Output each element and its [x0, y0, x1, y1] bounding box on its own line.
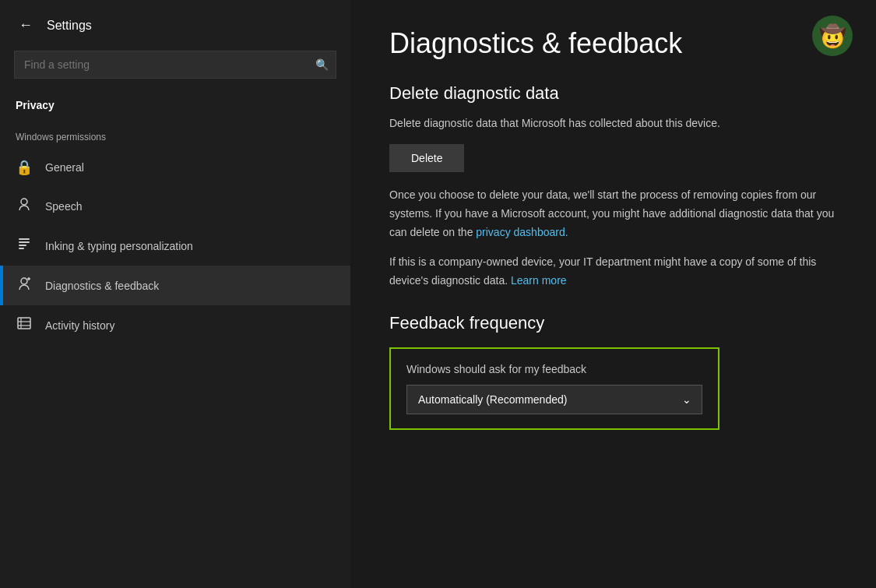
- main-content: 🤠 Diagnostics & feedback Delete diagnost…: [350, 0, 876, 588]
- privacy-dashboard-link[interactable]: privacy dashboard.: [476, 226, 568, 238]
- svg-rect-4: [19, 248, 24, 249]
- feedback-label: Windows should ask for my feedback: [406, 363, 702, 375]
- delete-info2: If this is a company-owned device, your …: [389, 253, 837, 290]
- feedback-frequency-select[interactable]: Automatically (Recommended) Always Once …: [406, 385, 702, 414]
- learn-more-link[interactable]: Learn more: [511, 274, 567, 287]
- sidebar-item-label-diagnostics: Diagnostics & feedback: [45, 280, 159, 292]
- speech-icon: [16, 196, 33, 216]
- delete-info1: Once you choose to delete your data, we'…: [389, 186, 837, 241]
- feedback-select-wrap: Automatically (Recommended) Always Once …: [406, 385, 702, 414]
- avatar-emoji: 🤠: [819, 23, 846, 49]
- sidebar-item-label-general: General: [45, 161, 84, 174]
- sidebar-item-label-activity: Activity history: [45, 319, 114, 332]
- inking-icon: [16, 236, 33, 255]
- svg-point-0: [21, 199, 27, 205]
- lock-icon: 🔒: [16, 159, 33, 176]
- search-icon: 🔍: [315, 58, 329, 71]
- sidebar-title: Settings: [47, 19, 92, 33]
- delete-section-heading: Delete diagnostic data: [389, 83, 837, 104]
- back-button[interactable]: ←: [16, 14, 36, 37]
- sidebar-item-label-speech: Speech: [45, 200, 82, 213]
- delete-section-desc: Delete diagnostic data that Microsoft ha…: [389, 114, 837, 132]
- sidebar-item-general[interactable]: 🔒 General: [0, 149, 350, 186]
- page-title: Diagnostics & feedback: [389, 27, 837, 60]
- svg-rect-1: [19, 238, 30, 240]
- sidebar-item-activity[interactable]: Activity history: [0, 305, 350, 345]
- sidebar-item-speech[interactable]: Speech: [0, 186, 350, 226]
- diagnostics-icon: [16, 276, 33, 295]
- sidebar-header: ← Settings: [0, 0, 350, 48]
- delete-button[interactable]: Delete: [389, 144, 464, 172]
- svg-point-5: [21, 278, 27, 284]
- feedback-section: Feedback frequency Windows should ask fo…: [389, 313, 837, 430]
- search-box: 🔍: [14, 51, 336, 79]
- sidebar-item-diagnostics[interactable]: Diagnostics & feedback: [0, 266, 350, 305]
- sidebar: ← Settings 🔍 Privacy Windows permissions…: [0, 0, 350, 588]
- search-input[interactable]: [14, 51, 336, 79]
- svg-rect-3: [19, 245, 26, 246]
- sidebar-item-label-inking: Inking & typing personalization: [45, 240, 193, 252]
- windows-permissions-label: Windows permissions: [0, 122, 350, 149]
- svg-rect-8: [18, 318, 30, 329]
- feedback-box: Windows should ask for my feedback Autom…: [389, 347, 719, 430]
- privacy-section-label: Privacy: [0, 93, 350, 122]
- svg-rect-2: [19, 241, 30, 243]
- avatar: 🤠: [812, 16, 853, 56]
- feedback-heading: Feedback frequency: [389, 313, 837, 333]
- activity-icon: [16, 315, 33, 335]
- sidebar-item-inking[interactable]: Inking & typing personalization: [0, 226, 350, 266]
